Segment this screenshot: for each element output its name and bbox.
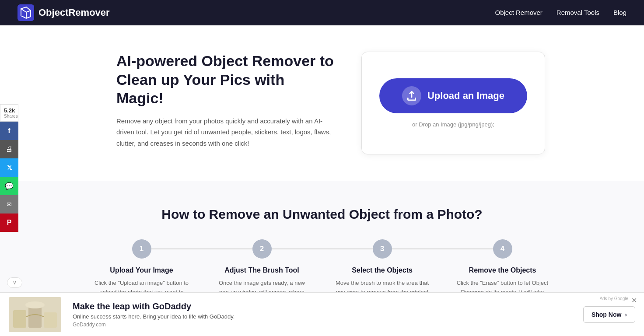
step-3: 3 Select the Objects Move the brush to m… [322,239,442,297]
twitter-share-button[interactable]: 𝕏 [0,158,18,177]
print-icon: 🖨 [6,145,13,153]
svg-rect-2 [13,310,26,315]
step-1-circle: 1 [132,239,151,259]
step-1: 1 Upload Your Image Click the "Upload an… [81,239,202,297]
upload-button[interactable]: Upload an Image [379,78,527,113]
step-2-label: Adjust The Brush Tool [224,266,299,274]
ad-banner: Make the leap with GoDaddy Online succes… [0,292,644,315]
print-button[interactable]: 🖨 [0,140,18,158]
shares-label: Shares [4,114,14,119]
ad-cta-arrow-icon: › [625,311,627,315]
steps-title: How to Remove an Unwanted Object from a … [35,207,609,222]
step-4-circle: 4 [493,239,512,259]
brand-logo[interactable]: ObjectRemover [18,4,110,21]
social-sidebar: 5.2k Shares f 🖨 𝕏 💬 ✉ P [0,104,18,232]
step-3-label: Select the Objects [352,266,413,274]
main-content: AI-powered Object Remover to Clean up Yo… [38,25,606,181]
ad-cta-label: Shop Now [592,311,621,315]
brand-name: ObjectRemover [38,7,110,18]
ad-thumb-image [9,297,61,315]
email-share-button[interactable]: ✉ [0,195,18,214]
ad-thumbnail [9,297,61,315]
share-count: 5.2k Shares [0,104,18,122]
nav-links: Object Remover Removal Tools Blog [495,9,626,17]
share-number: 5.2k [4,107,14,114]
ad-label: Ads by Google [599,296,628,301]
upload-box[interactable]: Upload an Image or Drop an Image (jpg/pn… [361,52,545,154]
upload-icon-wrap [402,86,421,105]
nav-removal-tools[interactable]: Removal Tools [556,9,599,16]
nav-object-remover[interactable]: Object Remover [495,9,542,16]
email-icon: ✉ [7,201,12,208]
step-2: 2 Adjust The Brush Tool Once the image g… [202,239,322,297]
step-4-label: Remove the Objects [469,266,536,274]
twitter-icon: 𝕏 [7,164,12,171]
svg-rect-4 [44,312,57,315]
brand-icon [18,4,34,21]
whatsapp-icon: 💬 [5,182,14,190]
step-4: 4 Remove the Objects Click the "Erase" b… [442,239,563,297]
drop-hint: or Drop an Image (jpg/png/jpeg); [412,121,494,128]
hero-title: AI-powered Object Remover to Clean up Yo… [116,52,335,108]
upload-button-label: Upload an Image [427,90,504,102]
navbar: ObjectRemover Object Remover Removal Too… [0,0,644,25]
pinterest-share-button[interactable]: P [0,214,18,232]
svg-point-5 [25,301,45,308]
ad-desc: Online success starts here. Bring your i… [73,313,572,315]
ad-content: Make the leap with GoDaddy Online succes… [68,301,576,315]
step-1-label: Upload Your Image [110,266,173,274]
step-2-circle: 2 [252,239,272,259]
steps-row: 1 Upload Your Image Click the "Upload an… [81,239,563,297]
pinterest-icon: P [7,219,12,227]
ad-close-button[interactable]: ✕ [631,296,637,304]
scroll-down-icon: ∨ [13,280,17,286]
facebook-share-button[interactable]: f [0,122,18,140]
whatsapp-share-button[interactable]: 💬 [0,177,18,195]
step-3-circle: 3 [373,239,392,259]
scroll-hint[interactable]: ∨ [7,277,22,288]
upload-icon [406,90,417,102]
facebook-icon: f [8,127,10,135]
ad-title: Make the leap with GoDaddy [73,301,572,312]
ad-cta-button[interactable]: Shop Now › [583,306,635,315]
hero-text: AI-powered Object Remover to Clean up Yo… [116,52,335,149]
nav-blog[interactable]: Blog [613,9,626,16]
hero-description: Remove any object from your photos quick… [116,116,335,149]
